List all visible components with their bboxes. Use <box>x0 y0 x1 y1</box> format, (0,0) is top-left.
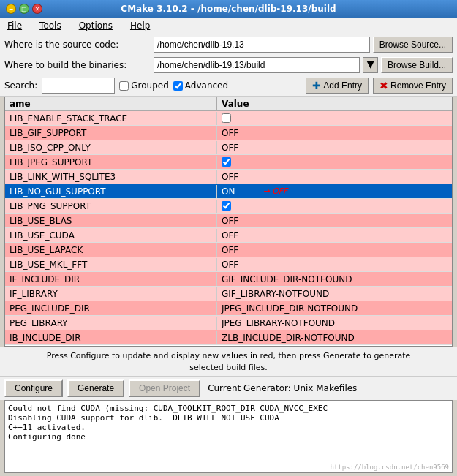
add-icon: ✚ <box>312 80 321 91</box>
cell-name: PEG_INCLUDE_DIR <box>5 302 217 315</box>
add-entry-button[interactable]: ✚ Add Entry <box>306 78 369 94</box>
cell-name: LIB_LINK_WITH_SQLITE3 <box>5 170 217 184</box>
toolbar-row: Search: Grouped Advanced ✚ Add Entry ✖ R… <box>0 75 457 97</box>
annotation: → OFF <box>263 186 287 196</box>
cell-name: LIB_GIF_SUPPORT <box>5 126 217 140</box>
cell-value: OFF <box>217 258 452 271</box>
cell-checkbox[interactable] <box>222 157 231 167</box>
window-title: CMake 3.10.2 - /home/chen/dlib-19.13/bui… <box>50 4 407 14</box>
menu-options[interactable]: Options <box>75 19 117 32</box>
build-input[interactable] <box>154 57 360 73</box>
table-row[interactable]: LIB_GIF_SUPPORTOFF <box>5 126 452 140</box>
close-button[interactable]: ✕ <box>32 4 42 14</box>
table-row[interactable]: LIB_USE_MKL_FFTOFF <box>5 257 452 272</box>
cell-name: LIB_PNG_SUPPORT <box>5 200 217 213</box>
grouped-label: Grouped <box>131 80 169 91</box>
source-label: Where is the source code: <box>4 39 151 50</box>
table-row[interactable]: LIB_ISO_CPP_ONLYOFF <box>5 140 452 155</box>
cell-name: LIB_USE_CUDA <box>5 229 217 242</box>
table-row[interactable]: IF_INCLUDE_DIRGIF_INCLUDE_DIR-NOTFOUND <box>5 272 452 287</box>
cell-value: ON→ OFF <box>217 185 452 198</box>
cell-value: ZLB_INCLUDE_DIR-NOTFOUND <box>217 331 452 344</box>
cell-value: OFF <box>217 170 452 184</box>
generate-button[interactable]: Generate <box>67 379 124 397</box>
grouped-checkbox-label[interactable]: Grouped <box>119 80 169 91</box>
table-body: LIB_ENABLE_STACK_TRACELIB_GIF_SUPPORTOFF… <box>5 111 452 345</box>
remove-entry-button[interactable]: ✖ Remove Entry <box>373 78 453 94</box>
console-line: Configuring done <box>8 432 449 442</box>
cmake-table[interactable]: ame Value LIB_ENABLE_STACK_TRACELIB_GIF_… <box>4 97 453 347</box>
titlebar: − □ ✕ CMake 3.10.2 - /home/chen/dlib-19.… <box>0 0 457 18</box>
table-row[interactable]: LIB_USE_LAPACKOFF <box>5 243 452 257</box>
cell-name: LIB_USE_LAPACK <box>5 243 217 257</box>
console-line: C++11 activated. <box>8 423 449 432</box>
cell-name: PEG_LIBRARY <box>5 317 217 330</box>
table-row[interactable]: LIB_PNG_SUPPORT <box>5 199 452 214</box>
cell-value: GIF_LIBRARY-NOTFOUND <box>217 287 452 301</box>
source-input[interactable] <box>154 37 370 53</box>
cell-checkbox[interactable] <box>222 113 231 123</box>
table-row[interactable]: LIB_ENABLE_STACK_TRACE <box>5 111 452 126</box>
cell-value: OFF <box>217 229 452 242</box>
status-text: Press Configure to update and display ne… <box>47 351 411 371</box>
status-bar: Press Configure to update and display ne… <box>0 347 457 376</box>
cell-value: JPEG_INCLUDE_DIR-NOTFOUND <box>217 302 452 315</box>
minimize-button[interactable]: − <box>6 4 16 14</box>
cell-name: LIB_USE_BLAS <box>5 214 217 227</box>
source-row: Where is the source code: Browse Source.… <box>0 34 457 55</box>
cell-name: IB_INCLUDE_DIR <box>5 331 217 344</box>
cell-value: OFF <box>217 243 452 257</box>
table-row[interactable]: LIB_JPEG_SUPPORT <box>5 155 452 170</box>
cell-value <box>217 200 452 212</box>
table-row[interactable]: LIB_LINK_WITH_SQLITE3OFF <box>5 170 452 184</box>
table-row[interactable]: LIB_USE_BLASOFF <box>5 214 452 228</box>
build-label: Where to build the binaries: <box>4 60 151 70</box>
advanced-checkbox[interactable] <box>173 81 183 91</box>
add-entry-label: Add Entry <box>323 80 362 91</box>
search-input[interactable] <box>42 78 115 94</box>
table-row[interactable]: PEG_LIBRARYJPEG_LIBRARY-NOTFOUND <box>5 316 452 330</box>
configure-button[interactable]: Configure <box>4 379 63 397</box>
cell-name: IF_INCLUDE_DIR <box>5 273 217 286</box>
generator-label: Current Generator: Unix Makefiles <box>208 383 357 393</box>
watermark: https://blog.csdn.net/chen9569 <box>330 464 449 471</box>
cell-value: OFF <box>217 214 452 227</box>
open-project-button[interactable]: Open Project <box>129 379 200 397</box>
table-row[interactable]: LIB_NO_GUI_SUPPORTON→ OFF <box>5 184 452 199</box>
cell-name: LIB_ISO_CPP_ONLY <box>5 141 217 154</box>
browse-build-button[interactable]: Browse Build... <box>381 57 453 73</box>
cell-name: LIB_USE_MKL_FFT <box>5 258 217 271</box>
bottom-toolbar: Configure Generate Open Project Current … <box>0 376 457 400</box>
maximize-button[interactable]: □ <box>19 4 29 14</box>
table-header: ame Value <box>5 97 452 111</box>
cell-checkbox[interactable] <box>222 201 231 211</box>
console-line: Disabling CUDA support for dlib. DLIB WI… <box>8 413 449 423</box>
advanced-label: Advanced <box>185 80 228 91</box>
cell-value <box>217 112 452 124</box>
remove-entry-label: Remove Entry <box>390 80 446 91</box>
menu-tools[interactable]: Tools <box>35 19 66 32</box>
console-line: Could not find CUDA (missing: CUDA_TOOLK… <box>8 404 449 413</box>
table-row[interactable]: IB_INCLUDE_DIRZLB_INCLUDE_DIR-NOTFOUND <box>5 330 452 345</box>
table-row[interactable]: PEG_INCLUDE_DIRJPEG_INCLUDE_DIR-NOTFOUND <box>5 301 452 316</box>
browse-source-button[interactable]: Browse Source... <box>373 37 453 53</box>
grouped-checkbox[interactable] <box>119 81 129 91</box>
menubar: File Tools Options Help <box>0 18 457 34</box>
cell-value: JPEG_LIBRARY-NOTFOUND <box>217 317 452 330</box>
cell-name: LIB_ENABLE_STACK_TRACE <box>5 112 217 125</box>
cell-name: LIB_JPEG_SUPPORT <box>5 156 217 169</box>
cell-value: OFF <box>217 126 452 140</box>
table-row[interactable]: LIB_USE_CUDAOFF <box>5 228 452 243</box>
menu-file[interactable]: File <box>3 19 26 32</box>
table-row[interactable]: IF_LIBRARYGIF_LIBRARY-NOTFOUND <box>5 287 452 301</box>
console-output: Could not find CUDA (missing: CUDA_TOOLK… <box>4 400 453 473</box>
cell-value: GIF_INCLUDE_DIR-NOTFOUND <box>217 273 452 286</box>
menu-help[interactable]: Help <box>126 19 154 32</box>
console-lines: Could not find CUDA (missing: CUDA_TOOLK… <box>8 404 449 442</box>
build-dropdown-arrow[interactable]: ▼ <box>363 57 378 73</box>
cell-name: LIB_NO_GUI_SUPPORT <box>5 185 217 198</box>
build-row: Where to build the binaries: ▼ Browse Bu… <box>0 55 457 75</box>
advanced-checkbox-label[interactable]: Advanced <box>173 80 228 91</box>
col-name-header: ame <box>5 97 217 110</box>
cell-name: IF_LIBRARY <box>5 287 217 301</box>
